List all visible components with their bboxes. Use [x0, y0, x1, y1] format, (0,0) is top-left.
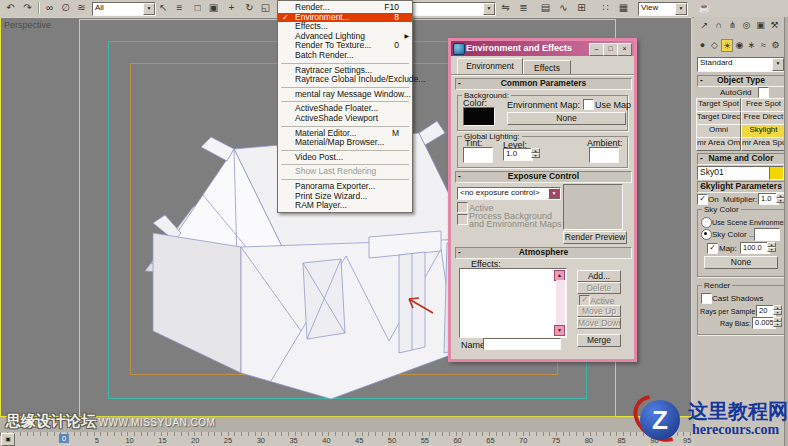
- free-direct-button[interactable]: Free Direct: [741, 111, 786, 125]
- motion-tab-icon[interactable]: ◎: [740, 19, 753, 32]
- skylight-on-checkbox[interactable]: ✓: [697, 194, 708, 205]
- cast-shadows-checkbox[interactable]: [701, 293, 712, 304]
- sky-map-button[interactable]: None: [704, 256, 778, 269]
- render-setup-icon[interactable]: ▦: [616, 1, 631, 15]
- cameras-category-icon[interactable]: ◉: [734, 39, 745, 52]
- free-spot-button[interactable]: Free Spot: [741, 98, 786, 112]
- timeline-toggle-icon[interactable]: ▣: [1, 433, 13, 444]
- move-down-button[interactable]: Move Down: [577, 317, 621, 329]
- hierarchy-tab-icon[interactable]: ⋔: [726, 19, 739, 32]
- scroll-down-icon[interactable]: ▼: [554, 325, 565, 336]
- background-color-swatch[interactable]: [463, 107, 495, 126]
- quick-render-teapot-icon[interactable]: ☕: [697, 1, 712, 15]
- chevron-down-icon[interactable]: ▼: [483, 3, 495, 15]
- systems-category-icon[interactable]: ⚙: [770, 39, 781, 52]
- spinner-down-icon[interactable]: ▾: [531, 153, 540, 158]
- select-and-move-icon[interactable]: +: [224, 1, 239, 15]
- shapes-category-icon[interactable]: ◇: [709, 39, 720, 52]
- modify-tab-icon[interactable]: ∩: [712, 19, 725, 32]
- viewport-label[interactable]: Perspective: [4, 20, 51, 30]
- helpers-category-icon[interactable]: ∗: [746, 39, 757, 52]
- spinner-down-icon[interactable]: ▾: [773, 322, 782, 327]
- menu-item-mental-ray-message-window[interactable]: mental ray Message Window...: [278, 90, 412, 100]
- unlink-selection-icon[interactable]: ∅: [58, 1, 73, 15]
- environment-map-button[interactable]: None: [507, 112, 626, 125]
- rollout-skylight-parameters[interactable]: - Skylight Parameters: [697, 181, 785, 193]
- select-by-name-icon[interactable]: ≡: [172, 1, 187, 15]
- object-name-input[interactable]: Sky01: [697, 166, 770, 180]
- create-tab-icon[interactable]: ↗: [698, 19, 711, 32]
- map-amount-input[interactable]: 100.0: [740, 242, 770, 254]
- menu-item-video-post[interactable]: Video Post...: [278, 153, 412, 163]
- autogrid-checkbox[interactable]: [758, 87, 769, 98]
- space-warps-category-icon[interactable]: ≈: [758, 39, 769, 52]
- map-checkbox[interactable]: ✓: [707, 243, 718, 254]
- redo-icon[interactable]: ↷: [20, 1, 35, 15]
- curve-editor-icon[interactable]: ∿: [556, 1, 571, 15]
- close-icon[interactable]: ×: [617, 43, 632, 56]
- rollout-object-type[interactable]: - Object Type: [697, 75, 785, 87]
- chevron-down-icon[interactable]: ▼: [675, 3, 687, 15]
- spinner-down-icon[interactable]: ▾: [767, 247, 776, 252]
- select-and-scale-icon[interactable]: ◱: [258, 1, 273, 15]
- use-scene-environment-radio[interactable]: [701, 217, 712, 228]
- mirror-icon[interactable]: ⇋: [498, 1, 513, 15]
- lights-category-icon[interactable]: ☀: [721, 39, 733, 52]
- collapse-icon[interactable]: -: [458, 248, 461, 257]
- geometry-category-icon[interactable]: ●: [697, 39, 708, 52]
- level-spinner[interactable]: ▴▾: [531, 148, 540, 159]
- sky-color-swatch[interactable]: [754, 228, 780, 241]
- bind-to-space-warp-icon[interactable]: ≋: [74, 1, 89, 15]
- exposure-active-checkbox[interactable]: [457, 202, 468, 213]
- time-slider-current-frame[interactable]: 0: [59, 434, 69, 443]
- undo-icon[interactable]: ↶: [3, 1, 18, 15]
- ray-bias-spinner[interactable]: ▴▾: [773, 317, 782, 328]
- layer-manager-icon[interactable]: ▤: [538, 1, 553, 15]
- effects-listbox[interactable]: ▲ ▼: [459, 268, 567, 338]
- menu-item-ram-player[interactable]: RAM Player...: [278, 201, 412, 211]
- display-tab-icon[interactable]: ▣: [754, 19, 767, 32]
- rollout-atmosphere[interactable]: - Atmosphere: [455, 247, 632, 259]
- rollout-common-parameters[interactable]: - Common Parameters: [455, 78, 632, 90]
- render-preview-button[interactable]: Render Preview: [563, 231, 627, 244]
- menu-item-batch-render[interactable]: Batch Render...: [278, 51, 412, 61]
- mr-area-spot-button[interactable]: mr Area Spot: [741, 137, 786, 151]
- collapse-icon[interactable]: -: [700, 76, 703, 85]
- menu-item-material-map-browser[interactable]: Material/Map Browser...: [278, 138, 412, 148]
- menu-item-raytrace-global[interactable]: Raytrace Global Include/Exclude...: [278, 75, 412, 85]
- target-direct-button[interactable]: Target Direct: [696, 111, 741, 125]
- ambient-swatch[interactable]: [589, 147, 619, 163]
- effect-name-input[interactable]: [483, 338, 561, 350]
- map-amount-spinner[interactable]: ▴▾: [767, 242, 776, 253]
- rollout-name-and-color[interactable]: - Name and Color: [697, 153, 785, 165]
- rays-spinner[interactable]: ▴▾: [773, 305, 782, 316]
- delete-effect-button[interactable]: Delete: [577, 282, 621, 294]
- omni-button[interactable]: Omni: [696, 124, 741, 138]
- chevron-down-icon[interactable]: ▼: [143, 3, 155, 15]
- selection-filter-dropdown[interactable]: All ▼: [92, 2, 156, 16]
- chevron-down-icon[interactable]: ▼: [772, 58, 784, 71]
- mr-area-omni-button[interactable]: mr Area Omni: [696, 137, 741, 151]
- utilities-tab-icon[interactable]: ⚒: [768, 19, 781, 32]
- rollout-exposure-control[interactable]: - Exposure Control: [455, 171, 632, 183]
- align-icon[interactable]: ≣: [516, 1, 531, 15]
- panel-scrollbar[interactable]: [784, 17, 788, 446]
- merge-button[interactable]: Merge: [577, 334, 621, 347]
- collapse-icon[interactable]: -: [458, 79, 461, 88]
- schematic-view-icon[interactable]: ⊞: [574, 1, 589, 15]
- select-object-icon[interactable]: ↖: [156, 1, 171, 15]
- collapse-icon[interactable]: -: [700, 154, 703, 163]
- object-color-swatch[interactable]: [769, 166, 784, 180]
- skylight-button[interactable]: Skylight: [741, 124, 786, 138]
- sky-color-radio[interactable]: [701, 229, 712, 240]
- named-selection-sets-dropdown[interactable]: ▼: [408, 2, 496, 16]
- move-up-button[interactable]: Move Up: [577, 305, 621, 317]
- spinner-down-icon[interactable]: ▾: [773, 310, 782, 315]
- scrollbar-track[interactable]: [556, 280, 565, 326]
- select-and-link-icon[interactable]: ∞: [42, 1, 57, 15]
- tint-swatch[interactable]: [463, 147, 493, 163]
- level-input[interactable]: 1.0: [503, 148, 533, 161]
- timeline-ruler[interactable]: ▣ 05101520253035404550556065707580859095: [0, 432, 694, 446]
- use-map-checkbox[interactable]: [583, 99, 594, 110]
- light-type-dropdown[interactable]: Standard ▼: [697, 57, 785, 72]
